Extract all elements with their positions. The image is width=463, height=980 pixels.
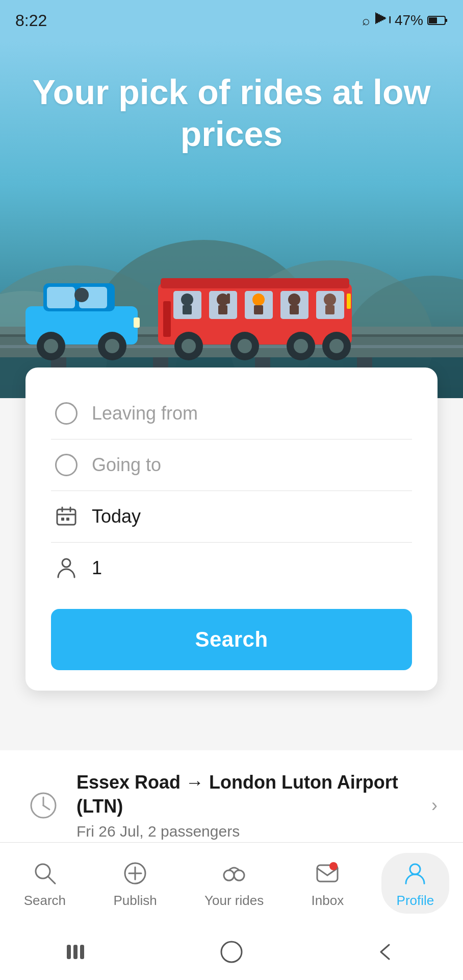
svg-point-50 (252, 293, 265, 306)
svg-line-65 (43, 805, 49, 810)
svg-point-23 (44, 339, 58, 353)
status-time: 8:22 (15, 11, 47, 30)
svg-rect-46 (183, 305, 192, 314)
svg-point-54 (324, 293, 336, 306)
svg-point-75 (410, 864, 420, 874)
svg-rect-77 (73, 945, 78, 959)
nav-item-your-rides[interactable]: Your rides (194, 853, 274, 914)
recent-content: Essex Road → London Luton Airport (LTN) … (76, 771, 416, 840)
svg-rect-26 (134, 317, 140, 328)
nav-item-inbox[interactable]: Inbox (301, 853, 354, 914)
inbox-nav-icon (312, 858, 343, 889)
svg-rect-56 (57, 509, 75, 525)
svg-point-27 (74, 288, 89, 302)
svg-rect-55 (325, 305, 335, 314)
hero-title: Your pick of rides at low prices (0, 41, 463, 155)
nav-inbox-label: Inbox (312, 893, 344, 909)
status-bar: 8:22 ⌕ ⯈■⌕📶 47% (0, 0, 463, 41)
svg-rect-51 (254, 305, 263, 314)
bluetooth-icon: ⌕ (362, 13, 370, 29)
svg-rect-48 (218, 305, 227, 314)
svg-rect-3 (445, 19, 447, 22)
svg-text:⯈■⌕📶: ⯈■⌕📶 (374, 12, 391, 26)
battery-percentage: 47% (395, 12, 423, 29)
svg-rect-2 (429, 17, 437, 23)
svg-rect-61 (66, 518, 69, 521)
going-to-field[interactable]: Going to (51, 439, 412, 491)
going-to-icon (51, 450, 82, 480)
svg-rect-53 (290, 305, 299, 314)
sys-nav-back-button[interactable] (366, 937, 406, 967)
svg-rect-20 (47, 287, 75, 308)
svg-rect-49 (227, 293, 230, 304)
nav-profile-label: Profile (397, 893, 434, 909)
status-icons: ⌕ ⯈■⌕📶 47% (362, 12, 448, 30)
search-card: Leaving from Going to Today (25, 368, 438, 691)
leaving-from-field[interactable]: Leaving from (51, 388, 412, 439)
date-field[interactable]: Today (51, 491, 412, 543)
recent-arrow-icon: › (431, 795, 438, 816)
leaving-from-icon (51, 398, 82, 429)
leaving-from-placeholder: Leaving from (92, 403, 198, 424)
svg-point-45 (181, 293, 193, 306)
bottom-nav: Search Publish Your rides (0, 842, 463, 924)
recent-details: Fri 26 Jul, 2 passengers (76, 823, 416, 840)
passengers-field[interactable]: 1 (51, 543, 412, 594)
sys-nav-home-button[interactable] (211, 937, 252, 967)
svg-point-25 (105, 339, 119, 353)
svg-line-67 (48, 876, 55, 884)
battery-icon (427, 14, 448, 27)
nav-search-label: Search (24, 893, 66, 909)
system-nav (0, 924, 463, 980)
publish-nav-icon (120, 858, 150, 889)
svg-rect-60 (61, 518, 64, 521)
svg-rect-78 (80, 945, 84, 959)
profile-nav-icon (400, 858, 430, 889)
wifi-icon: ⯈■⌕📶 (374, 12, 391, 30)
hero-section: Your pick of rides at low prices (0, 41, 463, 398)
svg-point-62 (62, 559, 70, 567)
svg-point-79 (221, 942, 242, 962)
svg-point-40 (238, 339, 252, 353)
your-rides-nav-icon (219, 858, 249, 889)
passengers-value: 1 (92, 557, 102, 579)
nav-item-profile[interactable]: Profile (381, 853, 450, 914)
illustration (0, 184, 463, 398)
nav-item-search[interactable]: Search (14, 853, 76, 914)
svg-point-72 (234, 870, 244, 880)
search-button[interactable]: Search (51, 609, 412, 670)
going-to-placeholder: Going to (92, 454, 161, 476)
svg-point-44 (329, 339, 344, 353)
svg-point-42 (294, 339, 308, 353)
date-value: Today (92, 506, 141, 527)
svg-rect-36 (347, 293, 351, 309)
svg-rect-29 (161, 278, 349, 288)
clock-icon (25, 788, 61, 823)
svg-point-74 (329, 862, 338, 870)
calendar-icon (51, 501, 82, 532)
nav-item-publish[interactable]: Publish (103, 853, 167, 914)
sys-nav-menu-button[interactable] (57, 937, 97, 967)
svg-rect-76 (67, 945, 71, 959)
svg-point-38 (182, 339, 196, 353)
svg-rect-35 (163, 301, 171, 337)
svg-point-71 (224, 870, 234, 880)
nav-publish-label: Publish (113, 893, 157, 909)
svg-point-52 (288, 293, 300, 306)
nav-your-rides-label: Your rides (204, 893, 264, 909)
passengers-icon (51, 553, 82, 583)
recent-route: Essex Road → London Luton Airport (LTN) (76, 771, 416, 819)
search-nav-icon (30, 858, 60, 889)
